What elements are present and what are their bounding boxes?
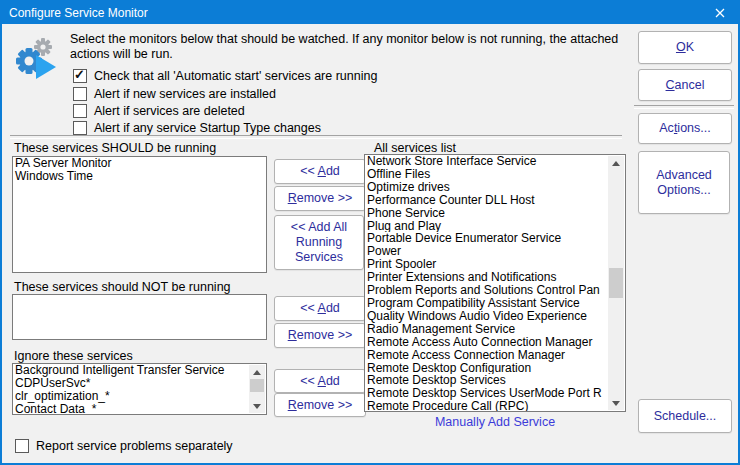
should-not-run-listbox[interactable]: [12, 294, 267, 340]
should-not-run-label: These services should NOT be running: [14, 280, 231, 294]
all-services-scrollbar[interactable]: [608, 156, 624, 410]
close-icon: [715, 8, 725, 18]
configure-service-monitor-dialog: Configure Service Monitor Select the mon…: [0, 0, 740, 465]
checkbox-automatic-start-box[interactable]: [73, 69, 87, 83]
should-not-run-remove-button[interactable]: Remove >>: [274, 323, 366, 348]
list-item[interactable]: Remote Access Connection Manager: [365, 349, 608, 362]
ignore-scrollbar-thumb[interactable]: [250, 379, 264, 392]
checkbox-startup-type-label: Alert if any service Startup Type change…: [94, 121, 321, 135]
should-run-listbox[interactable]: PA Server MonitorWindows Time: [12, 156, 267, 273]
checkbox-services-deleted-label: Alert if services are deleted: [94, 104, 245, 118]
checkbox-startup-type-box[interactable]: [73, 121, 87, 135]
list-item[interactable]: Performance Counter DLL Host: [365, 194, 608, 207]
all-services-listbox[interactable]: Network Store Interface ServiceOffline F…: [364, 154, 626, 412]
section-divider: [10, 135, 622, 139]
list-item[interactable]: Background Intelligent Transfer Service: [13, 364, 249, 377]
instruction-text: Select the monitors below that should be…: [70, 32, 622, 62]
list-item[interactable]: Optimize drives: [365, 181, 608, 194]
list-item[interactable]: Network Store Interface Service: [365, 155, 608, 168]
window-title: Configure Service Monitor: [2, 6, 148, 20]
should-not-run-add-button[interactable]: << Add: [274, 296, 366, 321]
list-item[interactable]: clr_optimization_*: [13, 390, 249, 403]
list-item[interactable]: Portable Device Enumerator Service: [365, 232, 608, 245]
ignore-remove-button[interactable]: Remove >>: [274, 393, 366, 417]
checkbox-startup-type[interactable]: Alert if any service Startup Type change…: [73, 120, 321, 135]
list-item[interactable]: Phone Service: [365, 207, 608, 220]
list-item[interactable]: Quality Windows Audio Video Experience: [365, 310, 608, 323]
checkbox-report-separately-label: Report service problems separately: [36, 439, 233, 453]
checkbox-services-deleted-box[interactable]: [73, 104, 87, 118]
checkbox-new-services-box[interactable]: [73, 87, 87, 101]
close-button[interactable]: [704, 2, 736, 24]
ok-button[interactable]: OK: [638, 31, 732, 64]
ignore-label: Ignore these services: [14, 349, 133, 363]
list-item[interactable]: Remote Desktop Configuration: [365, 362, 608, 375]
list-item[interactable]: Contact Data_*: [13, 403, 249, 414]
list-item[interactable]: Remote Access Auto Connection Manager: [365, 336, 608, 349]
ignore-scrollbar[interactable]: [249, 365, 265, 413]
list-item[interactable]: CDPUserSvc*: [13, 377, 249, 390]
list-item[interactable]: Print Spooler: [365, 258, 608, 271]
checkbox-services-deleted[interactable]: Alert if services are deleted: [73, 103, 245, 118]
list-item[interactable]: Radio Management Service: [365, 323, 608, 336]
list-item[interactable]: Remote Procedure Call (RPC): [365, 400, 608, 411]
scroll-down-icon[interactable]: [249, 399, 265, 413]
manually-add-service-link[interactable]: Manually Add Service: [364, 415, 626, 429]
all-services-label: All services list: [374, 141, 456, 155]
list-item[interactable]: Plug and Play: [365, 220, 608, 233]
advanced-options-button[interactable]: Advanced Options...: [638, 151, 730, 214]
list-item[interactable]: Program Compatibility Assistant Service: [365, 297, 608, 310]
scroll-up-icon[interactable]: [249, 365, 265, 379]
list-item[interactable]: Remote Desktop Services: [365, 374, 608, 387]
schedule-button[interactable]: Schedule...: [638, 399, 732, 433]
list-item[interactable]: Printer Extensions and Notifications: [365, 271, 608, 284]
list-item[interactable]: Offline Files: [365, 168, 608, 181]
list-item[interactable]: Power: [365, 245, 608, 258]
checkbox-new-services-label: Alert if new services are installed: [94, 87, 276, 101]
scroll-up-icon[interactable]: [608, 156, 624, 170]
service-monitor-gear-icon: [12, 34, 62, 84]
checkbox-automatic-start-label: Check that all 'Automatic start' service…: [94, 69, 377, 83]
checkbox-new-services[interactable]: Alert if new services are installed: [73, 86, 276, 101]
list-item[interactable]: Remote Desktop Services UserMode Port R: [365, 387, 608, 400]
list-item[interactable]: PA Server Monitor: [13, 157, 266, 170]
should-run-remove-button[interactable]: Remove >>: [274, 186, 366, 211]
should-run-add-button[interactable]: << Add: [274, 159, 366, 184]
ignore-listbox[interactable]: Background Intelligent Transfer ServiceC…: [12, 363, 267, 415]
scroll-down-icon[interactable]: [608, 396, 624, 410]
actions-button[interactable]: Actions...: [638, 113, 732, 144]
title-bar: Configure Service Monitor: [2, 2, 738, 24]
button-divider: [634, 105, 734, 109]
all-services-scrollbar-thumb[interactable]: [609, 268, 623, 298]
should-run-label: These services SHOULD be running: [14, 141, 216, 155]
ignore-add-button[interactable]: << Add: [274, 369, 366, 393]
cancel-button[interactable]: Cancel: [638, 69, 732, 101]
checkbox-automatic-start[interactable]: Check that all 'Automatic start' service…: [73, 68, 377, 83]
checkbox-report-separately[interactable]: Report service problems separately: [15, 438, 233, 453]
add-all-running-button[interactable]: << Add All Running Services: [274, 215, 364, 270]
checkbox-report-separately-box[interactable]: [15, 439, 29, 453]
list-item[interactable]: Problem Reports and Solutions Control Pa…: [365, 284, 608, 297]
list-item[interactable]: Windows Time: [13, 170, 266, 183]
